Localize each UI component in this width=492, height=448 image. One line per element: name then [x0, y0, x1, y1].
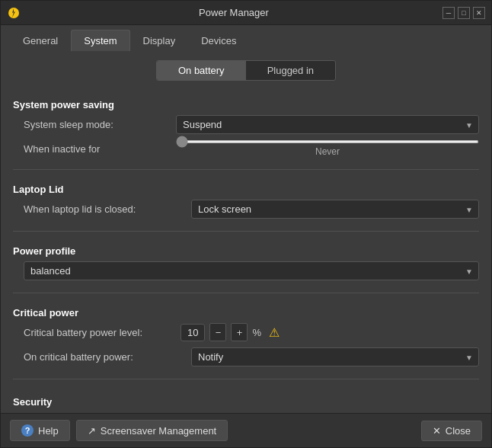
inactive-slider[interactable] [176, 140, 479, 143]
critical-action-select[interactable]: Notify Suspend Hibernate Shutdown Do not… [191, 347, 479, 366]
close-label: Close [446, 425, 471, 437]
screensaver-label: Screensaver Management [101, 425, 216, 437]
inactive-row: When inactive for Never [13, 140, 479, 157]
lid-closed-select[interactable]: Lock screen Suspend Hibernate Shutdown D… [191, 200, 479, 219]
power-profile-row: balanced power-saver performance ▼ [13, 261, 479, 280]
lid-closed-row: When laptop lid is closed: Lock screen S… [13, 200, 479, 219]
critical-action-select-wrapper: Notify Suspend Hibernate Shutdown Do not… [191, 347, 479, 366]
app-icon [7, 6, 21, 20]
system-power-saving-label: System power saving [13, 99, 479, 110]
critical-level-row: Critical battery power level: 10 − + % ⚠ [13, 323, 479, 341]
sleep-mode-row: System sleep mode: Suspend Hibernate Shu… [13, 115, 479, 134]
critical-action-label: On critical battery power: [24, 351, 191, 363]
main-window: Power Manager ─ □ ✕ General System Displ… [0, 0, 492, 448]
tab-display[interactable]: Display [130, 30, 189, 51]
warning-icon: ⚠ [269, 325, 280, 340]
divider-1 [13, 169, 479, 170]
laptop-lid-label: Laptop Lid [13, 184, 479, 195]
increment-button[interactable]: + [231, 323, 248, 341]
divider-4 [13, 379, 479, 379]
decrement-button[interactable]: − [209, 323, 226, 341]
critical-level-value: 10 [181, 324, 205, 341]
tab-system[interactable]: System [71, 30, 129, 51]
power-source-toggle-row: On battery Plugged in [13, 60, 479, 81]
lid-closed-select-wrapper: Lock screen Suspend Hibernate Shutdown D… [191, 200, 479, 219]
divider-3 [13, 293, 479, 293]
critical-power-label: Critical power [13, 307, 479, 318]
on-battery-button[interactable]: On battery [157, 61, 246, 80]
power-profile-select[interactable]: balanced power-saver performance [24, 261, 479, 280]
close-window-button[interactable]: ✕ [473, 7, 485, 19]
critical-level-label: Critical battery power level: [24, 327, 176, 338]
help-icon: ? [21, 424, 34, 437]
tab-devices[interactable]: Devices [188, 30, 249, 51]
close-button[interactable]: ✕ Close [421, 421, 482, 441]
footer: ? Help ↗ Screensaver Management ✕ Close [1, 413, 491, 447]
footer-left: ? Help ↗ Screensaver Management [10, 420, 228, 441]
tab-bar: General System Display Devices [1, 25, 491, 51]
percent-label: % [252, 327, 261, 338]
main-content: On battery Plugged in System power savin… [1, 51, 491, 413]
screensaver-button[interactable]: ↗ Screensaver Management [76, 420, 228, 441]
power-source-toggle: On battery Plugged in [156, 60, 336, 81]
inactive-value-label: Never [176, 146, 479, 157]
help-button[interactable]: ? Help [10, 420, 70, 441]
maximize-button[interactable]: □ [458, 7, 470, 19]
inactive-label: When inactive for [24, 143, 176, 155]
sleep-mode-select-wrapper: Suspend Hibernate Shutdown Do nothing ▼ [176, 115, 479, 134]
titlebar: Power Manager ─ □ ✕ [1, 1, 491, 25]
security-section: Security Lock screen when system is goin… [13, 389, 479, 413]
power-profile-label: Power profile [13, 245, 479, 257]
critical-action-row: On critical battery power: Notify Suspen… [13, 347, 479, 366]
plugged-in-button[interactable]: Plugged in [246, 61, 335, 80]
window-title: Power Manager [25, 7, 442, 18]
divider-2 [13, 231, 479, 232]
window-controls: ─ □ ✕ [442, 7, 485, 19]
tab-general[interactable]: General [10, 30, 71, 51]
sleep-mode-select[interactable]: Suspend Hibernate Shutdown Do nothing [176, 115, 479, 134]
security-label: Security [13, 396, 479, 408]
lid-closed-label: When laptop lid is closed: [24, 203, 191, 215]
minimize-button[interactable]: ─ [442, 7, 455, 19]
screensaver-icon: ↗ [88, 425, 96, 437]
close-icon: ✕ [433, 425, 441, 437]
help-label: Help [38, 425, 59, 437]
sleep-mode-label: System sleep mode: [24, 119, 176, 130]
power-profile-select-wrapper: balanced power-saver performance ▼ [24, 261, 479, 280]
inactive-slider-container: Never [176, 140, 479, 157]
